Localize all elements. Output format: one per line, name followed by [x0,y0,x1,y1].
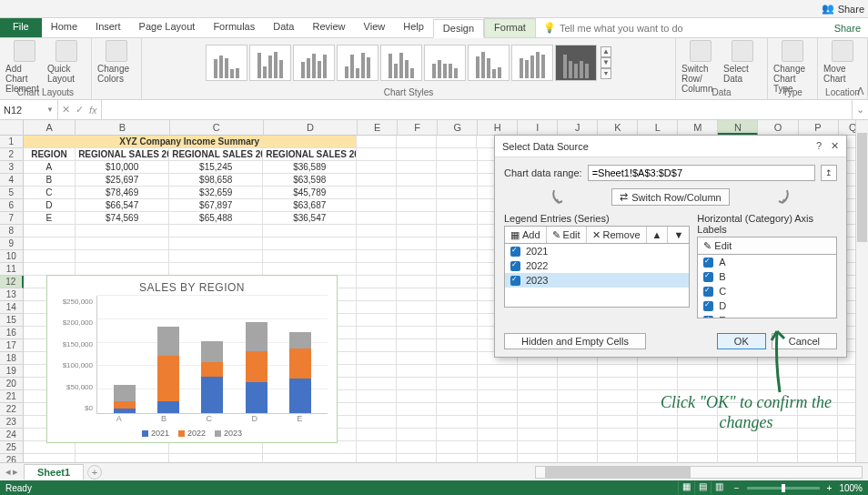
style-nav-button[interactable]: ▼ [601,57,611,68]
cell[interactable]: $36,589 [263,161,357,174]
cell[interactable]: $74,569 [76,212,169,225]
cell[interactable] [437,301,477,314]
series-list-item[interactable]: 2023 [505,273,689,288]
dialog-titlebar[interactable]: Select Data Source ? ✕ [495,136,846,157]
cell[interactable]: $66,547 [76,199,169,212]
enter-icon[interactable]: ✓ [76,104,84,116]
cell[interactable]: A [24,161,76,174]
category-list-item[interactable]: D [698,298,836,313]
cell[interactable] [478,429,518,441]
cell[interactable] [598,390,638,403]
sheet-nav[interactable]: ◂▸ [0,466,24,478]
cell[interactable] [518,378,558,390]
cell[interactable] [437,339,477,352]
row-header[interactable]: 1 [0,136,24,148]
cell[interactable] [357,327,397,339]
share-link[interactable]: Share [834,23,861,34]
zoom-out-button[interactable]: − [734,483,740,493]
series-list-item[interactable]: 2021 [505,244,689,258]
series-list-item[interactable]: 2022 [505,258,689,273]
tab-view[interactable]: View [355,18,395,37]
cell[interactable]: B [24,174,76,187]
chart-style-thumb[interactable] [511,45,553,81]
category-list-item[interactable]: B [698,269,836,284]
select-all-corner[interactable] [0,120,24,135]
cell[interactable] [758,441,798,454]
cell[interactable] [437,416,477,429]
row-header[interactable]: 20 [0,378,24,390]
chart-style-thumb[interactable] [424,45,466,81]
cell[interactable] [518,403,558,416]
cell[interactable] [397,174,437,187]
chart-data-range-input[interactable] [588,165,815,181]
cell[interactable] [397,403,437,416]
column-header[interactable]: B [76,120,169,135]
embedded-chart[interactable]: SALES BY REGION $250,000$200,000$150,000… [46,275,338,443]
row-header[interactable]: 24 [0,429,24,441]
cell[interactable] [357,276,397,288]
change-colors-button[interactable]: Change Colors [97,40,136,84]
cell[interactable] [357,237,397,250]
cell[interactable] [357,301,397,314]
column-header[interactable]: N [718,120,758,135]
cell[interactable]: XYZ Company Income Summary [24,136,357,148]
row-header[interactable]: 9 [0,237,24,250]
tab-format[interactable]: Format [484,18,536,37]
cell[interactable] [638,365,678,378]
cell[interactable] [397,327,437,339]
cell[interactable] [478,441,518,454]
page-break-view-button[interactable]: ▥ [711,481,727,494]
cell[interactable] [357,441,397,454]
cell[interactable] [678,365,718,378]
tab-home[interactable]: Home [42,18,86,37]
cell[interactable]: $45,789 [263,187,357,199]
tab-data[interactable]: Data [264,18,303,37]
cell[interactable] [169,263,263,276]
cell[interactable] [598,416,638,429]
column-header[interactable]: G [438,120,478,135]
tab-insert[interactable]: Insert [86,18,130,37]
cell[interactable] [558,365,598,378]
cell[interactable] [437,212,477,225]
page-layout-view-button[interactable]: ▤ [694,481,711,494]
remove-series-button[interactable]: ✕Remove [587,227,647,243]
edit-series-button[interactable]: ✎Edit [547,227,587,243]
row-header[interactable]: 14 [0,301,24,314]
chart-style-thumb[interactable] [380,45,422,81]
tab-page-layout[interactable]: Page Layout [130,18,205,37]
column-header[interactable]: C [170,120,264,135]
cell[interactable] [437,161,477,174]
cell[interactable] [24,263,76,276]
cell[interactable]: REGIONAL SALES 2023 [263,148,357,161]
edit-axis-button[interactable]: ✎Edit [698,237,737,254]
cell[interactable] [357,288,397,301]
cell[interactable] [357,339,397,352]
row-header[interactable]: 5 [0,187,24,199]
sheet-tab-sheet1[interactable]: Sheet1 [24,464,84,480]
cell[interactable] [357,174,397,187]
hidden-empty-cells-button[interactable]: Hidden and Empty Cells [504,333,646,349]
chart-style-thumb[interactable] [468,45,510,81]
cell[interactable] [598,441,638,454]
cell[interactable] [478,378,518,390]
column-header[interactable]: J [558,120,598,135]
zoom-level[interactable]: 100% [839,483,863,493]
cell[interactable] [518,390,558,403]
column-header[interactable]: H [478,120,518,135]
cell[interactable] [397,250,437,263]
add-series-button[interactable]: ▦Add [505,227,547,243]
cell[interactable] [678,441,718,454]
normal-view-button[interactable]: ▦ [678,481,694,494]
collapse-ribbon[interactable]: ᐱ [857,86,864,97]
cell[interactable] [24,441,76,454]
cell[interactable] [437,288,477,301]
tellme[interactable]: 💡 Tell me what you want to do [543,18,683,37]
expand-formula-bar[interactable]: ⌄ [852,100,868,119]
cell[interactable] [518,365,558,378]
zoom-in-button[interactable]: + [827,483,833,493]
move-down-button[interactable]: ▼ [668,227,689,243]
cell[interactable]: $63,687 [263,199,357,212]
quick-layout-button[interactable]: Quick Layout [47,40,86,84]
cell[interactable] [397,352,437,365]
cell[interactable] [437,390,477,403]
